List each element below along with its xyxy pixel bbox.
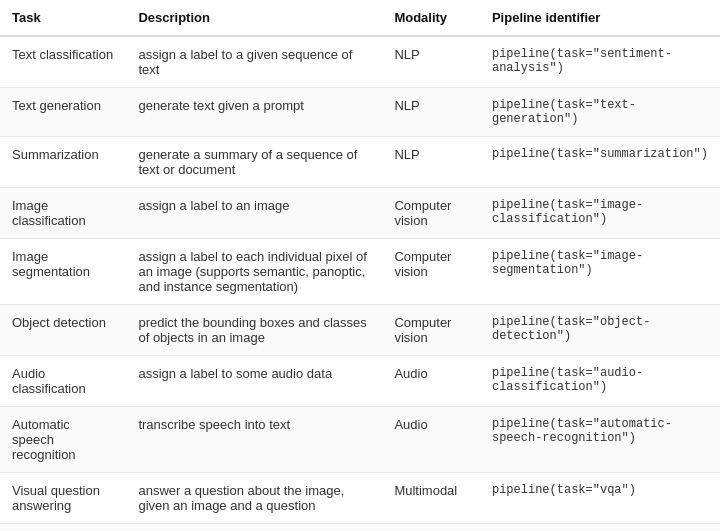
header-task: Task bbox=[0, 0, 126, 36]
table-row: Audio classificationassign a label to so… bbox=[0, 356, 720, 407]
cell-modality: Multimodal bbox=[382, 473, 480, 524]
cell-description: transcribe speech into text bbox=[126, 407, 382, 473]
cell-modality: NLP bbox=[382, 137, 480, 188]
table-row: Visual question answeringanswer a questi… bbox=[0, 473, 720, 524]
cell-task: Summarization bbox=[0, 137, 126, 188]
cell-description: predict the bounding boxes and classes o… bbox=[126, 305, 382, 356]
cell-modality: Computer vision bbox=[382, 239, 480, 305]
table-row: Text classificationassign a label to a g… bbox=[0, 36, 720, 88]
pipeline-table: Task Description Modality Pipeline ident… bbox=[0, 0, 720, 531]
cell-task: Text classification bbox=[0, 36, 126, 88]
table-row: Text generationgenerate text given a pro… bbox=[0, 88, 720, 137]
cell-description: generate a summary of a sequence of text… bbox=[126, 137, 382, 188]
cell-pipeline: pipeline(task="audio-classification") bbox=[480, 356, 720, 407]
table-header-row: Task Description Modality Pipeline ident… bbox=[0, 0, 720, 36]
header-pipeline: Pipeline identifier bbox=[480, 0, 720, 36]
cell-pipeline: pipeline(task="summarization") bbox=[480, 137, 720, 188]
table-row: Image segmentationassign a label to each… bbox=[0, 239, 720, 305]
table-row: Summarizationgenerate a summary of a seq… bbox=[0, 137, 720, 188]
cell-modality: Multimodal bbox=[382, 524, 480, 532]
cell-task: Object detection bbox=[0, 305, 126, 356]
cell-description: assign a label to an image bbox=[126, 188, 382, 239]
cell-description: answer a question about the image, given… bbox=[126, 473, 382, 524]
cell-task: Visual question answering bbox=[0, 473, 126, 524]
cell-task: Document question answering bbox=[0, 524, 126, 532]
cell-pipeline: pipeline(task="object-detection") bbox=[480, 305, 720, 356]
table-row: Automatic speech recognitiontranscribe s… bbox=[0, 407, 720, 473]
cell-pipeline: pipeline(task="document-question-answeri… bbox=[480, 524, 720, 532]
cell-modality: Audio bbox=[382, 356, 480, 407]
header-modality: Modality bbox=[382, 0, 480, 36]
cell-task: Audio classification bbox=[0, 356, 126, 407]
cell-task: Text generation bbox=[0, 88, 126, 137]
cell-task: Image classification bbox=[0, 188, 126, 239]
cell-pipeline: pipeline(task="text-generation") bbox=[480, 88, 720, 137]
cell-modality: NLP bbox=[382, 36, 480, 88]
cell-pipeline: pipeline(task="image-classification") bbox=[480, 188, 720, 239]
cell-task: Image segmentation bbox=[0, 239, 126, 305]
cell-pipeline: pipeline(task="image-segmentation") bbox=[480, 239, 720, 305]
cell-description: assign a label to a given sequence of te… bbox=[126, 36, 382, 88]
cell-task: Automatic speech recognition bbox=[0, 407, 126, 473]
cell-pipeline: pipeline(task="automatic-speech-recognit… bbox=[480, 407, 720, 473]
cell-modality: NLP bbox=[382, 88, 480, 137]
cell-description: answer a question about the document, gi… bbox=[126, 524, 382, 532]
cell-pipeline: pipeline(task="sentiment-analysis") bbox=[480, 36, 720, 88]
cell-pipeline: pipeline(task="vqa") bbox=[480, 473, 720, 524]
cell-modality: Computer vision bbox=[382, 305, 480, 356]
cell-description: assign a label to some audio data bbox=[126, 356, 382, 407]
cell-modality: Computer vision bbox=[382, 188, 480, 239]
table-row: Object detectionpredict the bounding box… bbox=[0, 305, 720, 356]
table-row: Document question answeringanswer a ques… bbox=[0, 524, 720, 532]
table-row: Image classificationassign a label to an… bbox=[0, 188, 720, 239]
cell-description: generate text given a prompt bbox=[126, 88, 382, 137]
cell-modality: Audio bbox=[382, 407, 480, 473]
header-description: Description bbox=[126, 0, 382, 36]
cell-description: assign a label to each individual pixel … bbox=[126, 239, 382, 305]
